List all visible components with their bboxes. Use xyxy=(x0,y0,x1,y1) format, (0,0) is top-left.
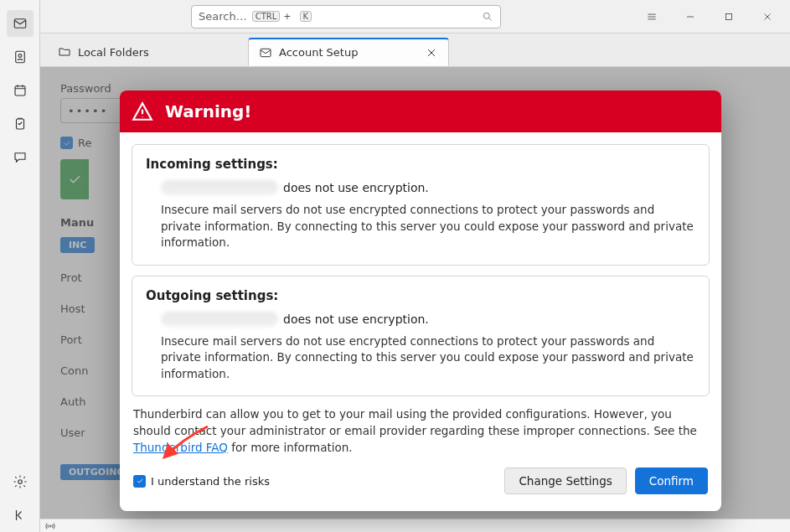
svg-rect-3 xyxy=(15,86,25,96)
tasks-icon xyxy=(13,116,28,132)
info-pre: Thunderbird can allow you to get to your… xyxy=(133,407,697,437)
mail-settings-icon xyxy=(259,46,272,59)
incoming-panel: Incoming settings: does not use encrypti… xyxy=(132,144,710,266)
kbd-ctrl: CTRL xyxy=(252,11,281,22)
svg-point-5 xyxy=(18,480,22,484)
incoming-heading: Incoming settings: xyxy=(146,157,695,172)
rail-address-book[interactable] xyxy=(7,44,34,70)
rail-mail[interactable] xyxy=(7,10,34,37)
tab-strip: Local Folders Account Setup xyxy=(40,34,790,67)
outgoing-heading: Outgoing settings: xyxy=(146,288,695,303)
incoming-suffix: does not use encryption. xyxy=(283,181,429,194)
dialog-title: Warning! xyxy=(165,101,251,121)
svg-point-2 xyxy=(18,54,22,58)
hamburger-icon xyxy=(646,11,658,23)
status-bar xyxy=(40,519,790,532)
rail-chat[interactable] xyxy=(7,144,34,171)
warning-dialog: Warning! Incoming settings: does not use… xyxy=(120,90,721,511)
rail-tasks[interactable] xyxy=(7,111,34,137)
chat-icon xyxy=(13,150,28,165)
confirm-button[interactable]: Confirm xyxy=(635,467,708,494)
kbd-plus: + xyxy=(283,11,291,22)
calendar-icon xyxy=(13,83,28,98)
app-menu-button[interactable] xyxy=(633,0,671,34)
address-book-icon xyxy=(13,49,28,65)
outgoing-suffix: does not use encryption. xyxy=(283,312,429,326)
search-icon xyxy=(482,11,493,23)
svg-point-6 xyxy=(483,13,489,18)
dialog-info: Thunderbird can allow you to get to your… xyxy=(133,406,708,456)
svg-rect-7 xyxy=(726,13,732,19)
check-icon xyxy=(136,477,144,485)
rail-settings[interactable] xyxy=(7,468,34,495)
svg-rect-8 xyxy=(261,49,271,56)
incoming-detail: Insecure mail servers do not use encrypt… xyxy=(161,202,695,251)
close-icon xyxy=(425,46,438,59)
folder-icon xyxy=(58,45,71,59)
dialog-header: Warning! xyxy=(120,90,721,132)
window-minimize[interactable] xyxy=(671,0,710,34)
tab-account-setup[interactable]: Account Setup xyxy=(248,38,449,66)
side-rail xyxy=(0,0,40,532)
maximize-icon xyxy=(723,11,735,23)
incoming-server-redacted xyxy=(161,180,278,195)
minimize-icon xyxy=(684,11,696,23)
collapse-icon xyxy=(13,508,28,523)
warning-icon xyxy=(132,101,153,122)
faq-link[interactable]: Thunderbird FAQ xyxy=(133,441,228,454)
tab-label: Local Folders xyxy=(78,46,237,59)
close-icon xyxy=(762,11,773,23)
tab-local-folders[interactable]: Local Folders xyxy=(47,38,248,66)
rail-collapse[interactable] xyxy=(7,502,34,529)
tab-close[interactable] xyxy=(425,46,438,59)
window-close[interactable] xyxy=(748,0,787,34)
window-maximize[interactable] xyxy=(710,0,748,34)
svg-point-9 xyxy=(49,525,51,527)
tab-label: Account Setup xyxy=(279,46,418,59)
global-search[interactable]: Search… CTRL + K xyxy=(191,5,501,28)
search-placeholder: Search… xyxy=(199,10,247,23)
outgoing-panel: Outgoing settings: does not use encrypti… xyxy=(132,276,710,397)
outgoing-detail: Insecure mail servers do not use encrypt… xyxy=(161,333,695,383)
change-settings-button[interactable]: Change Settings xyxy=(504,467,626,494)
understand-checkbox[interactable]: I understand the risks xyxy=(133,475,270,488)
mail-icon xyxy=(13,16,28,31)
rail-calendar[interactable] xyxy=(7,77,34,104)
connection-icon xyxy=(45,521,55,531)
outgoing-server-redacted xyxy=(161,312,278,327)
titlebar: Search… CTRL + K xyxy=(0,0,790,34)
kbd-k: K xyxy=(300,11,312,22)
svg-rect-0 xyxy=(14,19,26,28)
gear-icon xyxy=(13,474,28,489)
info-post: for more information. xyxy=(228,441,353,454)
understand-label: I understand the risks xyxy=(151,475,270,488)
